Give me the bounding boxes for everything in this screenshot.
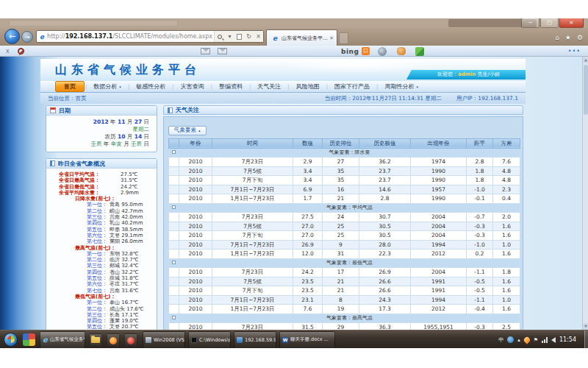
table-row[interactable]: 20107月5候23.52126.61991-0.51.6 bbox=[169, 277, 520, 286]
table-cell: 4.8 bbox=[493, 166, 520, 176]
table-row[interactable]: 20107月5候3.43523.719901.84.8 bbox=[169, 166, 520, 176]
nav-item-9[interactable]: 周期性分析▾ bbox=[379, 82, 424, 91]
section-checkbox[interactable] bbox=[172, 150, 176, 154]
minimize-button[interactable]: ─ bbox=[521, 18, 539, 28]
maximize-button[interactable]: □ bbox=[540, 18, 559, 28]
nav-item-3[interactable]: 敏感性分析 bbox=[130, 82, 171, 91]
task-button-label: 192.168.59.99... bbox=[245, 337, 276, 343]
stop-icon[interactable]: × bbox=[254, 31, 263, 42]
taskbar-task-button-2[interactable]: C:\Windows\sy... bbox=[188, 331, 231, 348]
nav-item-8[interactable]: 国家下行产品 bbox=[329, 82, 376, 91]
weather-summary-label: 全省日最低气温： bbox=[59, 184, 121, 190]
taskbar-task-button-3[interactable]: 192.168.59.99... bbox=[234, 331, 276, 348]
mail-icon[interactable] bbox=[201, 46, 210, 57]
close-button[interactable]: ✕ bbox=[559, 18, 584, 28]
weather-group-header: 最低气温(前七)： bbox=[75, 294, 154, 300]
element-filter-button[interactable]: 气象要素 ▴ bbox=[168, 126, 207, 135]
nav-item-4[interactable]: 灾害查询 bbox=[175, 82, 210, 91]
browser-tab[interactable]: e 山东省气候业务平... ✕ bbox=[266, 29, 337, 46]
taskbar-clock[interactable]: 11:54 bbox=[559, 336, 576, 343]
table-cell: 2.8 bbox=[359, 194, 411, 204]
table-row[interactable]: 20107月1日~7月23日26.9928.01994-1.01.0 bbox=[169, 240, 520, 250]
table-row[interactable]: 20107月23日27.52430.72004-0.72.0 bbox=[169, 213, 520, 222]
blocker-icon[interactable] bbox=[18, 46, 24, 57]
scroll-down-icon[interactable]: ▼ bbox=[583, 323, 588, 330]
table-row[interactable]: 20107月23日31.52936.31955,1951-0.32.5 bbox=[169, 323, 520, 330]
search-promo-icon[interactable]: 口 bbox=[362, 46, 370, 57]
section-checkbox[interactable] bbox=[172, 316, 176, 319]
nav-item-2[interactable]: 数据分析▾ bbox=[87, 82, 127, 91]
nav-item-6[interactable]: 天气关注 bbox=[251, 82, 287, 91]
scrollbar-thumb[interactable] bbox=[584, 65, 588, 115]
section-checkbox[interactable] bbox=[172, 205, 176, 209]
toolbar-close-icon[interactable]: x bbox=[6, 46, 10, 57]
weather-rank-label: 第二位： bbox=[87, 257, 110, 263]
camera-addon-icon[interactable] bbox=[378, 46, 387, 57]
calendar-ganzhi-line: 壬辰 年 辛亥 月 壬辰 日 bbox=[49, 141, 149, 148]
weather-rank-value: 苍山 32.2℃ bbox=[110, 269, 139, 275]
search-icon[interactable] bbox=[218, 35, 222, 39]
nav-item-7[interactable]: 风险地图 bbox=[290, 82, 326, 91]
back-button[interactable]: ← bbox=[4, 29, 20, 44]
table-row[interactable]: 20101月1日~7月23日12.03122.320120.21.6 bbox=[169, 250, 520, 259]
action-center-flag-icon[interactable]: ⚑ bbox=[534, 337, 538, 343]
table-row[interactable]: 20107月下旬23.52126.61991-0.51.6 bbox=[169, 286, 520, 296]
taskbar-explorer-button[interactable] bbox=[89, 333, 102, 346]
nav-item-5[interactable]: 整编资料 bbox=[213, 82, 248, 91]
table-row[interactable]: 20107月23日24.21726.92004-1.11.8 bbox=[169, 268, 520, 277]
new-tab-button[interactable] bbox=[339, 32, 348, 44]
pet-addon-icon[interactable] bbox=[397, 46, 406, 57]
media-app-icon[interactable] bbox=[23, 333, 35, 346]
volume-icon[interactable] bbox=[551, 337, 556, 343]
table-cell: 7月23日 bbox=[212, 158, 293, 167]
table-row[interactable]: 20107月下旬3.43523.719901.84.8 bbox=[169, 176, 520, 185]
table-row[interactable]: 20107月下旬27.02530.52004-0.31.6 bbox=[169, 231, 520, 241]
compatibility-view-icon[interactable] bbox=[237, 34, 242, 40]
refresh-icon[interactable]: ↻ bbox=[244, 31, 254, 42]
table-row[interactable]: 20107月23日2.92736.219742.87.6 bbox=[169, 158, 520, 167]
table-cell: 9 bbox=[323, 240, 359, 250]
collapse-arrow-icon: ▴ bbox=[198, 128, 201, 132]
status-bar: 当前位置：首页 当前时间：2012年11月27日 11:14:31 星期二 用户… bbox=[40, 93, 526, 104]
column-header: 时间 bbox=[212, 138, 293, 148]
table-row[interactable]: 20107月5候27.02530.52004-0.31.6 bbox=[169, 222, 520, 231]
window-titlebar: ─ □ ✕ bbox=[0, 18, 588, 28]
taskbar-ie-button[interactable]: e 山东省气候业务平... bbox=[40, 331, 85, 348]
tools-gear-icon[interactable]: ⚙ bbox=[577, 34, 583, 41]
table-cell: 12.0 bbox=[293, 250, 323, 259]
vertical-scrollbar[interactable]: ▲ ▼ bbox=[582, 57, 588, 330]
window-controls: ─ □ ✕ bbox=[520, 18, 584, 28]
start-button[interactable] bbox=[4, 333, 18, 347]
taskbar-app-red-button[interactable] bbox=[124, 333, 137, 346]
tray-update-icon[interactable] bbox=[523, 336, 531, 344]
taskbar-app-orange-button[interactable] bbox=[107, 333, 120, 346]
tray-expand-icon[interactable]: ▴ bbox=[517, 337, 520, 343]
column-header: 历史极值 bbox=[359, 138, 411, 148]
nav-item-1[interactable]: 首页 bbox=[55, 81, 85, 92]
taskbar-task-button-1[interactable]: Win2008 (VS2... bbox=[143, 331, 185, 348]
tray-app-icon[interactable] bbox=[507, 336, 514, 343]
forward-button[interactable]: → bbox=[21, 31, 33, 43]
message-icon[interactable] bbox=[218, 46, 227, 57]
network-icon[interactable] bbox=[542, 337, 548, 343]
table-row[interactable]: 20107月1日~7月23日23.1824.31994-1.11.0 bbox=[169, 295, 520, 305]
table-row[interactable]: 20107月1日~7月23日6.91614.61957-1.02.3 bbox=[169, 185, 520, 194]
table-row[interactable]: 20101月1日~7月23日7.61917.32012-0.41.6 bbox=[169, 305, 520, 314]
row-select-cell bbox=[169, 213, 179, 222]
table-row[interactable]: 20101月1日~7月23日1.7212.81990-0.10.4 bbox=[169, 194, 520, 204]
favorites-icon[interactable]: ★ bbox=[565, 34, 571, 41]
language-indicator[interactable]: 中 bbox=[498, 336, 503, 344]
tab-close-icon[interactable]: ✕ bbox=[329, 35, 334, 41]
column-header: 数值 bbox=[293, 138, 323, 148]
plugin-addon-icon[interactable] bbox=[415, 46, 424, 57]
taskbar-word-button[interactable]: W 聊天手册.docx ... bbox=[279, 331, 335, 348]
section-checkbox[interactable] bbox=[172, 261, 176, 264]
scroll-up-icon[interactable]: ▲ bbox=[583, 57, 588, 63]
show-desktop-button[interactable] bbox=[584, 330, 588, 348]
home-icon[interactable]: ⌂ bbox=[555, 34, 559, 41]
bing-logo[interactable]: bing bbox=[341, 46, 359, 57]
toolbar-overflow-icon[interactable]: ••• bbox=[568, 46, 581, 57]
task-app-icon bbox=[191, 337, 197, 343]
autocomplete-dropdown-icon[interactable]: ▾ bbox=[225, 31, 234, 42]
address-bar[interactable]: e http:// 192.168.137.1 /SLCCLIMATE/modu… bbox=[36, 30, 264, 43]
